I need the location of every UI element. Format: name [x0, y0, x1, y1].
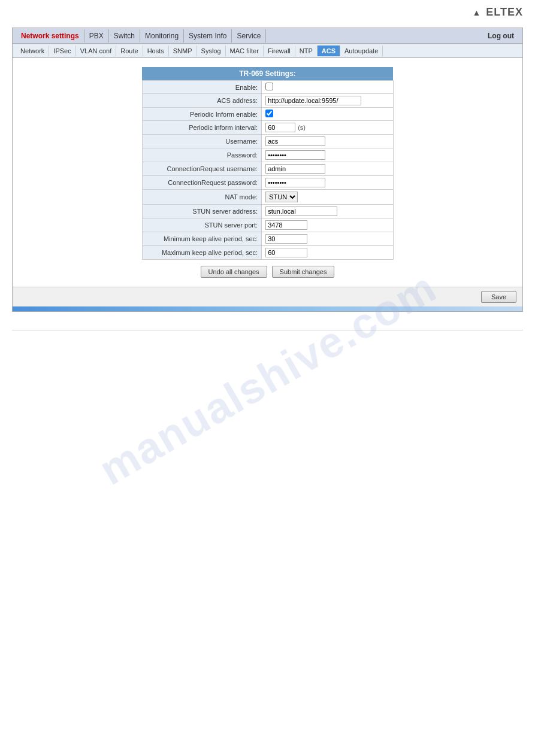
- field-value-enable: [262, 81, 393, 94]
- field-label-periodic-inform-interval: Periodic inform interval:: [142, 121, 262, 135]
- periodic-inform-enable-checkbox[interactable]: [265, 110, 273, 117]
- enable-checkbox[interactable]: [265, 83, 273, 90]
- content-area: TR-069 Settings: Enable: ACS address:: [13, 58, 522, 287]
- table-row: ACS address:: [142, 94, 393, 108]
- field-value-periodic-inform-enable: [262, 108, 393, 121]
- field-label-stun-address: STUN server address:: [142, 205, 262, 218]
- submit-changes-button[interactable]: Submit changes: [272, 266, 335, 278]
- field-label-periodic-inform-enable: Periodic Inform enable:: [142, 108, 262, 121]
- action-buttons: Undo all changes Submit changes: [201, 266, 335, 278]
- table-row: Periodic inform interval: (s): [142, 121, 393, 135]
- stun-port-input[interactable]: [265, 220, 307, 230]
- field-value-periodic-inform-interval: (s): [262, 121, 393, 135]
- main-container: Network settings PBX Switch Monitoring S…: [0, 22, 535, 324]
- field-value-stun-port: [262, 218, 393, 232]
- sub-nav-snmp[interactable]: SNMP: [169, 45, 197, 56]
- outer-frame: Network settings PBX Switch Monitoring S…: [12, 28, 523, 312]
- top-nav-network-settings[interactable]: Network settings: [16, 29, 84, 42]
- sub-nav-firewall[interactable]: Firewall: [264, 45, 295, 56]
- sub-nav-route[interactable]: Route: [116, 45, 143, 56]
- username-input[interactable]: [265, 136, 325, 146]
- sub-nav-ipsec[interactable]: IPSec: [49, 45, 75, 56]
- sub-nav-ntp[interactable]: NTP: [295, 45, 318, 56]
- field-value-stun-address: [262, 205, 393, 218]
- table-row: ConnectionRequest password:: [142, 176, 393, 190]
- table-row: STUN server port:: [142, 218, 393, 232]
- cr-password-input[interactable]: [265, 178, 325, 187]
- table-row: Enable:: [142, 81, 393, 94]
- interval-unit-label: (s): [298, 124, 306, 131]
- table-row: Minimum keep alive period, sec:: [142, 232, 393, 246]
- section-title: TR-069 Settings:: [142, 67, 393, 81]
- sub-nav: Network IPSec VLAN conf Route Hosts SNMP…: [13, 44, 522, 58]
- top-nav-service[interactable]: Service: [232, 29, 266, 42]
- field-label-cr-password: ConnectionRequest password:: [142, 176, 262, 190]
- field-label-nat-mode: NAT mode:: [142, 190, 262, 205]
- field-label-username: Username:: [142, 135, 262, 148]
- undo-all-changes-button[interactable]: Undo all changes: [201, 266, 267, 278]
- acs-address-input[interactable]: [265, 96, 361, 105]
- nat-mode-select[interactable]: STUN None: [265, 192, 298, 202]
- table-row: STUN server address:: [142, 205, 393, 218]
- field-value-password: [262, 148, 393, 162]
- min-keepalive-input[interactable]: [265, 234, 307, 244]
- logout-button[interactable]: Log out: [483, 30, 519, 42]
- password-input[interactable]: [265, 150, 325, 160]
- sub-nav-syslog[interactable]: Syslog: [197, 45, 226, 56]
- sub-nav-hosts[interactable]: Hosts: [143, 45, 169, 56]
- sub-nav-vlan-conf[interactable]: VLAN conf: [76, 45, 117, 56]
- field-value-cr-password: [262, 176, 393, 190]
- logo-area: ▲ ELTEX: [0, 0, 535, 22]
- top-nav-pbx[interactable]: PBX: [84, 29, 109, 42]
- field-label-password: Password:: [142, 148, 262, 162]
- bottom-bar: [13, 306, 522, 311]
- top-nav-system-info[interactable]: System Info: [184, 29, 232, 42]
- save-button[interactable]: Save: [481, 291, 516, 303]
- field-value-max-keepalive: [262, 246, 393, 260]
- eltex-logo: ▲ ELTEX: [472, 6, 523, 19]
- field-value-cr-username: [262, 162, 393, 176]
- logo-triangle-icon: ▲: [472, 8, 481, 17]
- cr-username-input[interactable]: [265, 164, 325, 174]
- sub-nav-mac-filter[interactable]: MAC filter: [226, 45, 264, 56]
- max-keepalive-input[interactable]: [265, 248, 307, 257]
- periodic-inform-interval-input[interactable]: [265, 123, 295, 132]
- field-value-acs-address: [262, 94, 393, 108]
- sub-nav-autoupdate[interactable]: Autoupdate: [340, 45, 383, 56]
- field-label-acs-address: ACS address:: [142, 94, 262, 108]
- field-label-cr-username: ConnectionRequest username:: [142, 162, 262, 176]
- logo-text: ELTEX: [486, 6, 523, 18]
- table-row: Maximum keep alive period, sec:: [142, 246, 393, 260]
- sub-nav-network[interactable]: Network: [16, 45, 49, 56]
- top-nav-monitoring[interactable]: Monitoring: [140, 29, 184, 42]
- table-row: Periodic Inform enable:: [142, 108, 393, 121]
- table-row: ConnectionRequest username:: [142, 162, 393, 176]
- field-label-max-keepalive: Maximum keep alive period, sec:: [142, 246, 262, 260]
- field-label-enable: Enable:: [142, 81, 262, 94]
- table-row: NAT mode: STUN None: [142, 190, 393, 205]
- table-row: Password:: [142, 148, 393, 162]
- divider-line: [12, 330, 523, 330]
- section-title-row: TR-069 Settings:: [142, 67, 393, 81]
- top-nav: Network settings PBX Switch Monitoring S…: [13, 28, 522, 44]
- field-label-stun-port: STUN server port:: [142, 218, 262, 232]
- tr069-settings-table: TR-069 Settings: Enable: ACS address:: [142, 67, 394, 260]
- tr069-settings-section: TR-069 Settings: Enable: ACS address:: [25, 67, 510, 278]
- save-area: Save: [13, 287, 522, 306]
- stun-address-input[interactable]: [265, 207, 337, 216]
- field-value-nat-mode: STUN None: [262, 190, 393, 205]
- field-value-min-keepalive: [262, 232, 393, 246]
- sub-nav-acs[interactable]: ACS: [318, 45, 340, 56]
- top-nav-switch[interactable]: Switch: [109, 29, 140, 42]
- table-row: Username:: [142, 135, 393, 148]
- field-label-min-keepalive: Minimum keep alive period, sec:: [142, 232, 262, 246]
- field-value-username: [262, 135, 393, 148]
